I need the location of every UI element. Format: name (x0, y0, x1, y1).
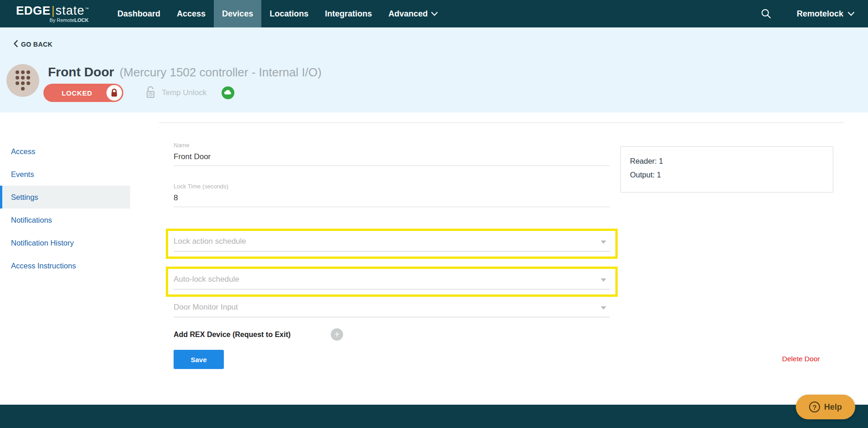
go-back-link[interactable]: GO BACK (14, 40, 53, 48)
name-field-group: Name Front Door (174, 142, 610, 166)
logo-trademark: ™ (85, 7, 89, 11)
reader-count: Reader: 1 (630, 157, 833, 166)
sidebar-item-notifications[interactable]: Notifications (0, 209, 130, 231)
lock-time-input[interactable]: 8 (174, 193, 610, 207)
nav-item-integrations[interactable]: Integrations (317, 0, 380, 27)
help-button[interactable]: ? Help (796, 395, 855, 419)
add-rex-plus-button[interactable]: + (331, 328, 343, 341)
temp-unlock-button[interactable]: Temp Unlock (145, 86, 206, 100)
question-mark-icon: ? (809, 401, 820, 412)
highlight-box-auto-lock: Auto-lock schedule (166, 267, 618, 297)
nav-item-dashboard[interactable]: Dashboard (109, 0, 169, 27)
nav-item-access[interactable]: Access (169, 0, 214, 27)
logo-state-text: state (55, 5, 85, 17)
lock-time-field-group: Lock Time (seconds) 8 (174, 183, 610, 207)
delete-door-link[interactable]: Delete Door (782, 355, 820, 363)
dropdown-caret-icon (601, 241, 606, 244)
temp-unlock-icon (145, 86, 156, 100)
cloud-sync-icon (221, 86, 235, 100)
auto-lock-schedule-dropdown[interactable]: Auto-lock schedule (174, 275, 610, 289)
highlight-box-lock-action: Lock action schedule (166, 229, 618, 259)
nav-item-locations[interactable]: Locations (261, 0, 317, 27)
account-name: Remotelock (797, 9, 843, 19)
logo-byline: By RemoteLOCK (49, 18, 89, 23)
page-footer (0, 405, 868, 428)
name-input[interactable]: Front Door (174, 152, 610, 166)
nav-item-devices[interactable]: Devices (214, 0, 261, 27)
lock-action-schedule-dropdown[interactable]: Lock action schedule (174, 237, 610, 251)
logo-edge-text: EDGE (16, 5, 51, 16)
sidebar-item-events[interactable]: Events (0, 163, 130, 186)
output-count: Output: 1 (630, 171, 833, 179)
page-header: GO BACK Front Door (Mercury 1502 control… (0, 27, 868, 112)
chevron-down-icon (848, 12, 854, 16)
door-sidebar: Access Events Settings Notifications Not… (0, 140, 130, 277)
status-badge: LOCKED (62, 89, 92, 97)
door-monitor-input-dropdown[interactable]: Door Monitor Input (174, 303, 610, 317)
chevron-left-icon (14, 40, 18, 48)
search-icon[interactable] (761, 8, 772, 19)
top-navigation: EDGE | state ™ By RemoteLOCK Dashboard A… (0, 0, 868, 27)
sidebar-item-settings[interactable]: Settings (0, 186, 130, 209)
name-field-label: Name (174, 142, 610, 149)
page-title: Front Door (48, 65, 114, 80)
divider (159, 123, 844, 123)
sidebar-item-notification-history[interactable]: Notification History (0, 231, 130, 254)
page-subtitle: (Mercury 1502 controller - Internal I/O) (120, 65, 322, 80)
logo-divider: | (52, 5, 55, 16)
edgestate-logo[interactable]: EDGE | state ™ By RemoteLOCK (16, 5, 89, 23)
save-button[interactable]: Save (174, 350, 224, 369)
nav-item-advanced[interactable]: Advanced (380, 0, 446, 27)
sidebar-item-access[interactable]: Access (0, 140, 130, 163)
chevron-down-icon (431, 12, 438, 16)
keypad-avatar (6, 64, 39, 97)
lock-icon (106, 85, 122, 101)
sidebar-item-access-instructions[interactable]: Access Instructions (0, 254, 130, 277)
dropdown-caret-icon (601, 306, 606, 310)
add-rex-device-label: Add REX Device (Request to Exit) (174, 331, 291, 339)
locked-status-toggle[interactable]: LOCKED (43, 84, 123, 102)
settings-content: Access Events Settings Notifications Not… (0, 112, 868, 405)
dropdown-caret-icon (601, 278, 606, 282)
reader-output-panel: Reader: 1 Output: 1 (620, 146, 833, 193)
lock-time-field-label: Lock Time (seconds) (174, 183, 610, 190)
plus-icon: + (334, 329, 339, 339)
keypad-icon (16, 70, 30, 91)
main-nav: Dashboard Access Devices Locations Integ… (109, 0, 446, 27)
account-menu[interactable]: Remotelock (797, 9, 854, 19)
